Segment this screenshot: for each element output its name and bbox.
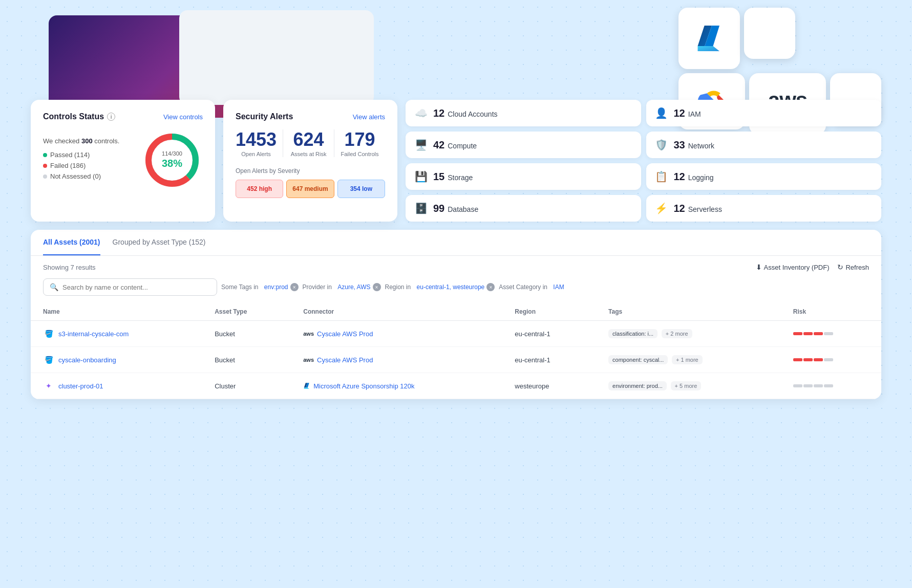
network-count: 33 [674,139,685,151]
storage-icon: 💾 [414,170,428,183]
not-assessed-legend: Not Assessed (0) [43,172,131,180]
tab-grouped-by-asset-type[interactable]: Grouped by Asset Type (152) [113,230,206,255]
risk-bar-10 [803,384,813,387]
network-icon: 🛡️ [654,139,669,151]
tags-1: classification: i... + 2 more [596,321,781,347]
open-alerts-count: 1453 [236,129,277,150]
logging-icon: 📋 [654,170,669,183]
search-box[interactable]: 🔍 [43,278,217,296]
resource-card-network[interactable]: 🛡️ 33 Network [646,132,882,158]
svg-marker-10 [304,388,309,389]
risk-bar-6 [803,358,813,361]
table-container: Name Asset Type Connector Region Tags Ri… [31,303,881,399]
filter-provider-close[interactable]: × [373,283,381,291]
svg-marker-2 [698,46,720,51]
view-alerts-link[interactable]: View alerts [353,113,385,121]
serverless-count: 12 [674,203,685,214]
risk-bar-4 [824,332,833,335]
cloud-accounts-name: Cloud Accounts [448,110,497,118]
bucket-icon-2: 🪣 [43,354,54,365]
storage-count: 15 [433,171,444,183]
filter-tags-close[interactable]: × [290,283,299,291]
database-name: Database [448,205,478,213]
iam-name: IAM [688,110,701,118]
controls-status-info-icon[interactable]: i [107,113,115,121]
cloud-accounts-icon: ☁️ [414,107,428,119]
search-input[interactable] [62,284,210,291]
tags-3: environment: prod... + 5 more [596,373,781,399]
aws-connector-icon-2: aws [303,357,314,363]
risk-bar-12 [824,384,833,387]
view-controls-link[interactable]: View controls [163,113,203,121]
asset-type-bucket-2: Bucket [202,347,291,373]
open-alerts-stat: 1453 Open Alerts [236,129,283,157]
failed-controls-stat: 179 Failed Controls [334,129,385,157]
risk-bar-7 [814,358,823,361]
risk-bar-1 [793,332,802,335]
severity-medium-bar[interactable]: 647 medium [286,180,334,198]
passed-legend: Passed (114) [43,151,131,159]
risk-2 [781,347,881,373]
connector-aws-prod-2[interactable]: aws Cyscale AWS Prod [303,356,490,364]
resource-card-database[interactable]: 🗄️ 99 Database [406,195,641,222]
empty-icon-box-1 [744,8,795,59]
severity-high-bar[interactable]: 452 high [236,180,283,198]
connector-azure[interactable]: Microsoft Azure Sponsorship 120k [303,382,490,390]
search-icon: 🔍 [50,283,58,291]
connector-aws-prod-1[interactable]: aws Cyscale AWS Prod [303,330,490,338]
severity-low-bar[interactable]: 354 low [337,180,385,198]
table-row: ✦ cluster-prod-01 Cluster [31,373,881,399]
filter-chip-region: Region in eu-central-1, westeurope × [385,283,495,291]
risk-bar-2 [803,332,813,335]
region-3: westeurope [502,373,596,399]
aws-connector-icon-1: aws [303,331,314,337]
resource-card-iam[interactable]: 👤 12 IAM [646,100,882,126]
resource-card-compute[interactable]: 🖥️ 42 Compute [406,132,641,158]
cluster-icon: ✦ [43,380,54,391]
compute-count: 42 [433,139,444,151]
refresh-button[interactable]: ↻ Refresh [837,263,869,271]
col-asset-type: Asset Type [202,303,291,321]
tags-2: component: cyscal... + 1 more [596,347,781,373]
download-pdf-link[interactable]: ⬇ Asset Inventory (PDF) [756,263,830,271]
resource-card-serverless[interactable]: ⚡ 12 Serverless [646,195,882,222]
security-alerts-title: Security Alerts [236,112,293,121]
tabs-row: All Assets (2001) Grouped by Asset Type … [31,230,881,256]
resource-grid: ☁️ 12 Cloud Accounts 👤 12 IAM 🖥️ [406,100,881,222]
bucket-icon: 🪣 [43,328,54,339]
compute-name: Compute [448,142,477,150]
col-connector: Connector [291,303,502,321]
resource-card-logging[interactable]: 📋 12 Logging [646,163,882,190]
col-risk: Risk [781,303,881,321]
risk-bar-5 [793,358,802,361]
tab-all-assets[interactable]: All Assets (2001) [43,230,100,255]
assets-at-risk-stat: 624 Assets at Risk [283,129,334,157]
assets-card: All Assets (2001) Grouped by Asset Type … [31,230,881,399]
iam-icon: 👤 [654,107,669,119]
risk-bar-11 [814,384,823,387]
col-region: Region [502,303,596,321]
donut-fraction: 114/300 [162,150,182,157]
table-row: 🪣 s3-internal-cyscale-com Bucket aws Cys… [31,321,881,347]
resource-card-cloud-accounts[interactable]: ☁️ 12 Cloud Accounts [406,100,641,126]
filter-region-close[interactable]: × [486,283,495,291]
table-row: 🪣 cyscale-onboarding Bucket aws Cyscale … [31,347,881,373]
compute-icon: 🖥️ [414,139,428,151]
risk-bar-9 [793,384,802,387]
refresh-icon: ↻ [837,263,843,271]
filter-chip-tags: Some Tags in env:prod × [221,283,299,291]
asset-type-bucket-1: Bucket [202,321,291,347]
asset-name-s3-internal[interactable]: 🪣 s3-internal-cyscale-com [43,328,190,339]
storage-name: Storage [448,173,473,182]
assets-table: Name Asset Type Connector Region Tags Ri… [31,303,881,399]
risk-bar-3 [814,332,823,335]
resource-card-storage[interactable]: 💾 15 Storage [406,163,641,190]
logging-name: Logging [688,173,714,182]
open-alerts-label: Open Alerts [236,151,277,157]
azure-connector-icon [303,382,310,389]
asset-name-cluster-prod[interactable]: ✦ cluster-prod-01 [43,380,190,391]
azure-icon-box[interactable] [678,8,740,69]
asset-name-cyscale-onboarding[interactable]: 🪣 cyscale-onboarding [43,354,190,365]
assets-at-risk-count: 624 [289,129,328,150]
table-toolbar: Showing 7 results ⬇ Asset Inventory (PDF… [31,256,881,278]
